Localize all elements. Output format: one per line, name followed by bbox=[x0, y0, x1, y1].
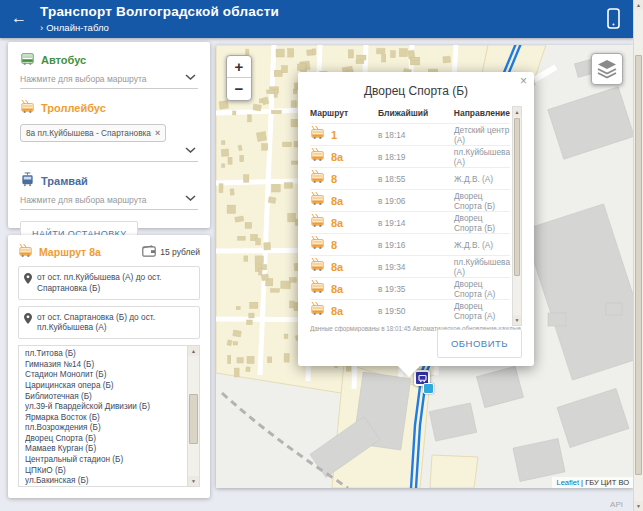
direction-forward-label: от ост. пл.Куйбышева (А) до ост. Спартан… bbox=[37, 272, 193, 294]
api-link[interactable]: API bbox=[610, 500, 623, 509]
breadcrumb-chevron-icon: › bbox=[40, 22, 43, 33]
timetable-row: 8 в 18:55 Ж.Д.В. (А) bbox=[310, 167, 510, 189]
bus-icon bbox=[20, 51, 35, 68]
scroll-down-icon[interactable]: ▼ bbox=[634, 501, 643, 511]
scroll-up-icon[interactable]: ▲ bbox=[513, 107, 521, 117]
direction-option-backward[interactable]: от ост. Спартановка (Б) до ост. пл.Куйбы… bbox=[18, 306, 200, 340]
scrollbar-thumb[interactable] bbox=[189, 394, 198, 444]
chevron-down-icon bbox=[185, 187, 196, 205]
scroll-up-icon[interactable]: ▲ bbox=[188, 346, 199, 356]
arrival-time: в 18:55 bbox=[378, 174, 454, 184]
trolleybus-icon bbox=[18, 243, 33, 260]
timetable-row: 8а в 18:19 пл.Куйбышева (А) bbox=[310, 145, 510, 167]
close-icon[interactable]: × bbox=[520, 74, 527, 88]
breadcrumb[interactable]: › Онлайн-табло bbox=[40, 22, 279, 33]
stop-list-item[interactable]: ЦПКиО (Б) bbox=[25, 466, 183, 477]
tram-route-select[interactable]: Нажмите для выбора маршрута bbox=[20, 194, 198, 210]
timetable-scrollbar[interactable]: ▲ ▼ bbox=[512, 106, 522, 326]
tram-section-header: Трамвай bbox=[20, 172, 198, 189]
timetable-row: 8а в 19:35 Дворец Спорта (А) bbox=[310, 277, 510, 299]
route-number: 8 bbox=[331, 239, 337, 251]
stops-list-scrollbar[interactable]: ▲ ▼ bbox=[187, 346, 199, 486]
route-number: 8 bbox=[331, 173, 337, 185]
scrollbar-thumb[interactable] bbox=[635, 55, 642, 475]
direction-option-forward[interactable]: от ост. пл.Куйбышева (А) до ост. Спартан… bbox=[18, 266, 200, 300]
stop-list-item[interactable]: Центральный стадион (Б) bbox=[25, 455, 183, 466]
scroll-down-icon[interactable]: ▼ bbox=[188, 476, 199, 486]
map-zoom-control: + − bbox=[226, 55, 252, 101]
stop-list-item[interactable]: Стадион Монолит (Б) bbox=[25, 370, 183, 381]
zoom-in-button[interactable]: + bbox=[227, 56, 251, 78]
stop-list-item[interactable]: Дворец Спорта (Б) bbox=[25, 434, 183, 445]
timetable-row: 8а в 19:34 пл.Куйбышева (А) bbox=[310, 255, 510, 277]
arrival-time: в 19:16 bbox=[378, 240, 454, 250]
chevron-down-icon bbox=[185, 66, 196, 84]
stop-marker-small[interactable] bbox=[423, 383, 434, 394]
stops-list: пл.Титова (Б)Гимназия №14 (Б)Стадион Мон… bbox=[18, 345, 200, 487]
arrival-time: в 18:14 bbox=[378, 130, 454, 140]
map-layers-button[interactable] bbox=[591, 53, 623, 85]
trolleybus-icon bbox=[310, 191, 325, 210]
tram-route-placeholder: Нажмите для выбора маршрута bbox=[20, 195, 146, 205]
stop-list-item[interactable]: ул.39-й Гвардейской Дивизии (Б) bbox=[25, 402, 183, 413]
attribution-separator: | bbox=[581, 478, 583, 487]
trolleybus-section-header: Троллейбус bbox=[20, 99, 198, 116]
back-arrow-icon[interactable]: ← bbox=[11, 8, 27, 28]
direction-label: Дворец Спорта (А) bbox=[454, 279, 510, 299]
arrival-time: в 19:34 bbox=[378, 262, 454, 272]
trolleybus-label: Троллейбус bbox=[41, 102, 106, 114]
direction-label: пл.Куйбышева (А) bbox=[454, 257, 510, 277]
trolleybus-icon bbox=[20, 99, 35, 116]
trolleybus-icon bbox=[310, 235, 325, 254]
trolleybus-route-select[interactable] bbox=[20, 146, 198, 162]
selected-route-chip[interactable]: 8а пл.Куйбышева - Спартановка × bbox=[20, 124, 166, 142]
arrival-time: в 19:06 bbox=[378, 196, 454, 206]
route-number: 8а bbox=[331, 283, 343, 295]
map-container[interactable]: + − × Дворец Спорта (Б) Маршрут Ближайши… bbox=[216, 45, 633, 488]
chip-remove-icon[interactable]: × bbox=[155, 128, 160, 138]
route-card-header: Маршрут 8а 15 рублей bbox=[18, 243, 200, 260]
direction-label: Дворец Спорта (Б) bbox=[454, 213, 510, 233]
layers-icon bbox=[597, 59, 617, 79]
bus-section-header: Автобус bbox=[20, 51, 198, 68]
bus-route-placeholder: Нажмите для выбора маршрута bbox=[20, 74, 146, 84]
stop-list-item[interactable]: Ярмарка Восток (Б) bbox=[25, 413, 183, 424]
popup-title: Дворец Спорта (Б) bbox=[298, 84, 534, 98]
stop-list-item[interactable]: ул.Бакинская (Б) bbox=[25, 476, 183, 487]
column-nearest: Ближайший bbox=[378, 108, 454, 118]
stop-timetable-popup: × Дворец Спорта (Б) Маршрут Ближайший На… bbox=[298, 72, 534, 366]
stop-list-item[interactable]: пл.Титова (Б) bbox=[25, 349, 183, 360]
mobile-phone-icon[interactable] bbox=[607, 8, 620, 33]
scroll-down-icon[interactable]: ▼ bbox=[513, 315, 521, 325]
arrival-time: в 19:14 bbox=[378, 218, 454, 228]
stop-list-item[interactable]: пл.Возрождения (Б) bbox=[25, 423, 183, 434]
timetable-row: 8а в 19:50 Дворец Спорта (А) bbox=[310, 299, 510, 321]
timetable-row: 8а в 19:14 Дворец Спорта (Б) bbox=[310, 211, 510, 233]
scroll-up-icon[interactable]: ▲ bbox=[634, 0, 643, 10]
stop-list-item[interactable]: Библиотечная (Б) bbox=[25, 392, 183, 403]
trolleybus-icon bbox=[310, 147, 325, 166]
zoom-out-button[interactable]: − bbox=[227, 78, 251, 100]
route-info-card: Маршрут 8а 15 рублей от ост. пл.Куйбышев… bbox=[8, 235, 210, 498]
route-number: 8а bbox=[331, 261, 343, 273]
stop-list-item[interactable]: Гимназия №14 (Б) bbox=[25, 360, 183, 371]
page-scrollbar[interactable]: ▲ ▼ bbox=[633, 0, 643, 511]
stop-list-item[interactable]: Мамаев Курган (Б) bbox=[25, 444, 183, 455]
stop-list-item[interactable]: Царицинская опера (Б) bbox=[25, 381, 183, 392]
tram-label: Трамвай bbox=[41, 175, 88, 187]
scrollbar-thumb[interactable] bbox=[514, 118, 520, 276]
trolleybus-icon bbox=[310, 301, 325, 320]
bus-route-select[interactable]: Нажмите для выбора маршрута bbox=[20, 73, 198, 89]
timetable-row: 8а в 19:06 Дворец Спорта (Б) bbox=[310, 189, 510, 211]
leaflet-link[interactable]: Leaflet bbox=[556, 478, 579, 487]
direction-label: Детский центр (А) bbox=[454, 125, 510, 145]
timetable-row: 8 в 19:16 Ж.Д.В. (А) bbox=[310, 233, 510, 255]
attribution-provider: ГБУ ЦИТ ВО bbox=[585, 478, 629, 487]
trolleybus-icon bbox=[310, 257, 325, 276]
direction-label: Ж.Д.В. (А) bbox=[454, 240, 510, 250]
transport-filter-card: Автобус Нажмите для выбора маршрута Трол… bbox=[8, 42, 210, 228]
trolleybus-icon bbox=[310, 213, 325, 232]
refresh-button[interactable]: ОБНОВИТЬ bbox=[437, 329, 522, 358]
stops-list-items: пл.Титова (Б)Гимназия №14 (Б)Стадион Мон… bbox=[25, 349, 183, 487]
route-number: 8а bbox=[331, 217, 343, 229]
